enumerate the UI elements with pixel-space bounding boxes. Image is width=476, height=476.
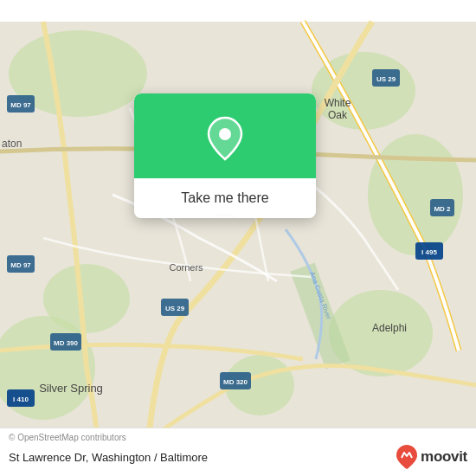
svg-text:US 29: US 29 bbox=[376, 75, 396, 83]
map-container: MD 97 MD 97 US 29 US 29 MD 390 MD 320 MD… bbox=[0, 0, 476, 476]
svg-text:aton: aton bbox=[2, 138, 22, 150]
moovit-label: moovit bbox=[421, 448, 467, 466]
svg-text:Adelphi: Adelphi bbox=[372, 322, 407, 334]
svg-text:Oak: Oak bbox=[328, 109, 348, 121]
svg-text:MD 390: MD 390 bbox=[54, 339, 79, 347]
svg-point-35 bbox=[219, 128, 231, 140]
popup-card: Take me there bbox=[134, 93, 316, 218]
popup-header bbox=[134, 93, 316, 178]
attribution-text: © OpenStreetMap contributors bbox=[9, 433, 467, 442]
moovit-icon bbox=[396, 444, 418, 470]
address-label: St Lawrence Dr, Washington / Baltimore bbox=[9, 451, 208, 464]
popup-caret bbox=[216, 216, 234, 218]
svg-text:US 29: US 29 bbox=[165, 305, 185, 312]
bottom-bar: © OpenStreetMap contributors St Lawrence… bbox=[0, 428, 476, 476]
map-background: MD 97 MD 97 US 29 US 29 MD 390 MD 320 MD… bbox=[0, 0, 476, 476]
svg-text:I 495: I 495 bbox=[421, 248, 437, 256]
svg-text:Silver Spring: Silver Spring bbox=[39, 382, 103, 395]
svg-text:MD 320: MD 320 bbox=[223, 378, 248, 386]
take-me-there-button[interactable]: Take me there bbox=[134, 178, 316, 218]
svg-text:I 410: I 410 bbox=[13, 396, 29, 403]
svg-text:MD 97: MD 97 bbox=[10, 101, 31, 109]
svg-text:MD 2: MD 2 bbox=[434, 205, 451, 213]
location-pin-icon bbox=[206, 116, 244, 161]
moovit-logo: moovit bbox=[396, 444, 467, 470]
svg-text:MD 97: MD 97 bbox=[10, 261, 31, 269]
svg-point-3 bbox=[368, 134, 463, 255]
svg-text:Corners: Corners bbox=[169, 262, 203, 273]
svg-text:White: White bbox=[325, 97, 351, 109]
